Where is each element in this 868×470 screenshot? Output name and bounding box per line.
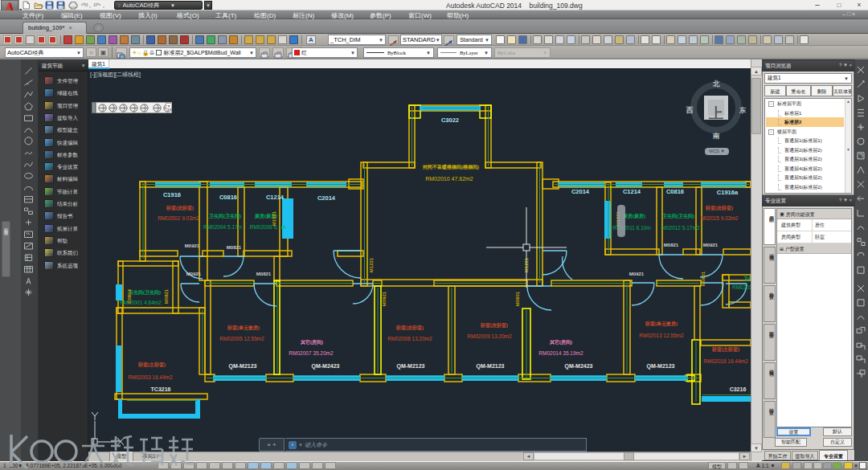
svg-text:M0821: M0821 [227,245,242,250]
svg-text:RM0201: RM0201 [732,284,751,290]
svg-text:C0816: C0816 [219,194,237,201]
svg-text:卧室(主卧室): 卧室(主卧室) [712,346,739,352]
svg-text:RM02001 4.64m2: RM02001 4.64m2 [120,300,162,305]
svg-text:北: 北 [712,80,720,88]
svg-text:M02012 5.17m2: M02012 5.17m2 [662,225,700,231]
svg-text:卧室(次卧室): 卧室(次卧室) [481,322,508,329]
svg-text:RM02016 16.44m2: RM02016 16.44m2 [703,358,748,364]
svg-text:M0921: M0921 [186,272,202,276]
svg-text:M0921: M0921 [382,291,387,306]
svg-text:其它(房间): 其它(房间) [549,339,572,345]
svg-text:卧室(单元套房): 卧室(单元套房) [645,321,678,327]
svg-text:M0821: M0821 [701,271,706,286]
svg-text:M0921: M0921 [703,243,719,247]
svg-text:RM02007 35.20m2: RM02007 35.20m2 [289,350,334,356]
svg-text:M0821: M0821 [664,243,679,247]
svg-text:RM02006 6.1m: RM02006 6.1m [250,224,285,230]
svg-text:卫生间(卫生间): 卫生间(卫生间) [128,289,161,296]
svg-text:卧室(次卧室): 卧室(次卧室) [166,205,194,211]
svg-text:南: 南 [713,132,720,140]
svg-text:M0921: M0921 [185,243,200,248]
svg-text:卧室(次卧室): 卧室(次卧室) [706,205,733,211]
svg-text:RM02010 47.62m2: RM02010 47.62m2 [425,176,473,182]
svg-text:其它(房间): 其它(房间) [300,339,323,345]
svg-text:C2014: C2014 [317,194,336,202]
svg-text:RM02009 13.20m2: RM02009 13.20m2 [467,333,512,339]
svg-text:C3022: C3022 [441,116,459,124]
svg-text:西: 西 [686,106,694,114]
svg-text:QM-M2123: QM-M2123 [476,363,504,370]
svg-text:C0816: C0816 [666,188,684,195]
svg-text:C1214: C1214 [623,188,641,195]
svg-text:C1916: C1916 [163,191,181,198]
svg-text:卫生间(卫生间): 卫生间(卫生间) [661,213,694,219]
svg-text:M0821: M0821 [256,272,272,276]
svg-text:M0601: M0601 [515,291,520,306]
svg-text:RM02013 12.55m2: RM02013 12.55m2 [639,333,684,338]
svg-text:QM-M2123: QM-M2123 [396,363,424,370]
svg-text:C2014: C2014 [571,188,590,195]
svg-text:卫生间: 卫生间 [743,276,751,282]
svg-text:上: 上 [708,105,723,121]
svg-text:QM-M2123: QM-M2123 [646,363,674,370]
svg-text:TC3216: TC3216 [151,386,171,392]
svg-text:RM02014 35.19m2: RM02014 35.19m2 [538,350,583,356]
svg-text:C1916a: C1916a [717,189,739,196]
svg-text:C1214: C1214 [266,194,285,201]
svg-text:QM-M2423: QM-M2423 [564,363,592,370]
svg-text:卧室(主卧室): 卧室(主卧室) [138,362,166,367]
svg-text:QM-M2123: QM-M2123 [228,363,256,370]
svg-text:RM02004 5.17m: RM02004 5.17m [203,224,242,230]
svg-text:C0814: C0814 [127,289,132,304]
svg-text:RM02008 13.20m2: RM02008 13.20m2 [387,336,432,341]
svg-text:封闭不采暖楼梯间(楼梯间): 封闭不采暖楼梯间(楼梯间) [422,164,479,170]
svg-text:RM02003 16.44m2: RM02003 16.44m2 [128,374,173,380]
svg-text:卧室(次卧室): 卧室(次卧室) [396,325,424,331]
svg-text:RM02002 9.03m2: RM02002 9.03m2 [158,215,199,221]
svg-text:M1221: M1221 [369,257,374,272]
svg-text:M02015 9.03m2: M02015 9.03m2 [701,215,739,221]
svg-text:C3216: C3216 [730,386,747,392]
svg-text:M0821: M0821 [164,288,169,304]
svg-text:RM02005 12.55m2: RM02005 12.55m2 [219,336,264,341]
svg-text:东: 东 [739,106,747,114]
svg-text:卫生间(卫生间): 卫生间(卫生间) [208,213,241,219]
svg-text:M1521: M1521 [272,210,276,226]
svg-text:QM-M2423: QM-M2423 [311,363,339,370]
svg-text:M0921: M0921 [629,272,645,276]
svg-text:厨房(厨房): 厨房(厨房) [622,213,645,219]
svg-text:卧室(单元套房): 卧室(单元套房) [227,325,260,331]
